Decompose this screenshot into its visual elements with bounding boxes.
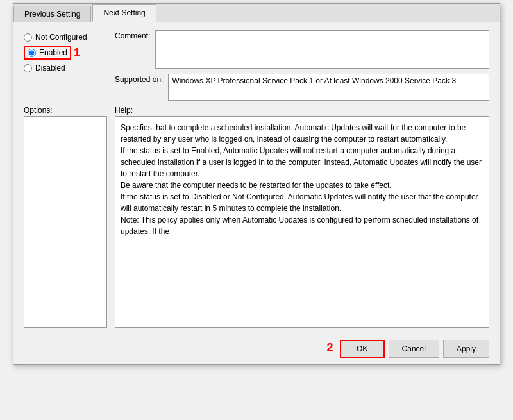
state-radio-group: Not Configured Enabled 1 Disabled bbox=[24, 30, 107, 101]
not-configured-label: Not Configured bbox=[35, 33, 87, 42]
apply-button[interactable]: Apply bbox=[443, 340, 489, 358]
tab-bar: Previous Setting Next Setting bbox=[13, 4, 500, 22]
supported-value: Windows XP Professional Service Pack 1 o… bbox=[168, 74, 489, 101]
not-configured-radio[interactable] bbox=[24, 33, 32, 42]
policy-dialog: Previous Setting Next Setting Not Config… bbox=[13, 3, 500, 365]
help-para-3: Be aware that the computer needs to be r… bbox=[121, 180, 484, 191]
comment-textarea[interactable] bbox=[155, 30, 489, 69]
ok-button[interactable]: OK bbox=[340, 340, 385, 358]
help-para-2: If the status is set to Enabled, Automat… bbox=[121, 145, 484, 180]
comment-section: Comment: bbox=[115, 30, 489, 69]
help-box: Specifies that to complete a scheduled i… bbox=[115, 116, 489, 328]
button-bar: 2 OK Cancel Apply bbox=[13, 333, 500, 364]
enabled-radio[interactable] bbox=[28, 49, 36, 57]
help-heading: Help: bbox=[115, 106, 133, 115]
help-para-1: Specifies that to complete a scheduled i… bbox=[121, 122, 484, 145]
supported-label: Supported on: bbox=[115, 74, 163, 84]
disabled-label: Disabled bbox=[35, 63, 65, 72]
disabled-option[interactable]: Disabled bbox=[24, 63, 107, 72]
badge-1: 1 bbox=[74, 46, 80, 60]
help-para-5: Note: This policy applies only when Auto… bbox=[121, 214, 484, 237]
options-box bbox=[24, 116, 107, 328]
next-setting-tab[interactable]: Next Setting bbox=[92, 4, 156, 22]
previous-setting-tab[interactable]: Previous Setting bbox=[13, 6, 91, 22]
cancel-button[interactable]: Cancel bbox=[389, 340, 439, 358]
options-heading: Options: bbox=[24, 106, 53, 115]
enabled-box: Enabled bbox=[24, 46, 71, 60]
help-para-4: If the status is set to Disabled or Not … bbox=[121, 191, 484, 214]
comment-label: Comment: bbox=[115, 30, 150, 40]
badge-2: 2 bbox=[327, 341, 333, 359]
not-configured-option[interactable]: Not Configured bbox=[24, 33, 107, 42]
disabled-radio[interactable] bbox=[24, 64, 32, 72]
right-top-panel: Comment: Supported on: Windows XP Profes… bbox=[115, 30, 489, 101]
enabled-label: Enabled bbox=[39, 48, 67, 57]
supported-section: Supported on: Windows XP Professional Se… bbox=[115, 74, 489, 101]
